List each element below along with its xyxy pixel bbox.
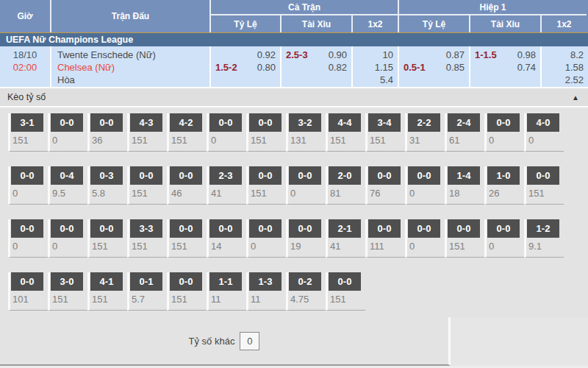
h1-1x2-draw-odds[interactable]: 2.52 [565, 74, 584, 86]
score-cell[interactable]: 0-0151 [246, 113, 286, 152]
score-label: 0-0 [249, 166, 282, 185]
score-cell[interactable]: 0-15.7 [127, 272, 167, 311]
collapse-arrow-icon[interactable]: ▲ [572, 93, 579, 102]
correct-score-title: Kèo tỷ số [7, 92, 46, 102]
ft-over-odds[interactable]: 0.90 [329, 49, 347, 61]
score-odds: 26 [487, 187, 524, 200]
ft-handicap-away-odds[interactable]: 0.80 [257, 61, 276, 74]
ft-1x2-home-odds[interactable]: 10 [383, 49, 393, 61]
score-cell[interactable]: 0-35.8 [87, 166, 127, 205]
score-label: 4-3 [130, 113, 162, 132]
col-header-ft-overunder: Tài Xỉu [282, 15, 353, 32]
score-label: 0-0 [170, 272, 202, 291]
score-label: 2-0 [329, 166, 361, 185]
score-odds: 0 [11, 240, 48, 253]
score-label: 3-0 [51, 272, 83, 291]
score-cell[interactable]: 0-00 [405, 219, 445, 258]
score-cell[interactable]: 0-014 [207, 219, 246, 258]
score-odds: 151 [527, 187, 564, 200]
other-score-spacer [451, 317, 588, 366]
home-team: Twente Enschede (Nữ) [57, 49, 209, 61]
score-cell[interactable]: 0-00 [8, 166, 48, 205]
score-cell[interactable]: 0-24.75 [286, 272, 326, 311]
score-cell[interactable]: 4-4151 [326, 113, 365, 152]
score-cell[interactable]: 3-0151 [48, 272, 87, 311]
score-cell[interactable]: 2-141 [326, 219, 365, 258]
score-cell[interactable]: 0-0151 [167, 219, 207, 258]
score-cell[interactable]: 0-0151 [87, 219, 127, 258]
score-label: 3-4 [368, 113, 401, 132]
score-cell[interactable]: 1-418 [445, 166, 484, 205]
score-cell[interactable]: 2-231 [405, 113, 445, 152]
score-label: 0-0 [329, 272, 361, 291]
h1-1x2-away-odds[interactable]: 1.58 [565, 61, 584, 74]
score-cell[interactable]: 3-4151 [365, 113, 405, 152]
score-label: 0-0 [249, 113, 282, 132]
h1-over-odds[interactable]: 0.98 [517, 49, 536, 61]
score-cell[interactable]: 0-046 [167, 166, 207, 205]
score-cell[interactable]: 0-00 [484, 219, 524, 258]
ft-handicap-home-odds[interactable]: 0.92 [257, 49, 276, 61]
other-score-input[interactable] [240, 332, 259, 350]
col-header-h1-overunder: Tài Xỉu [470, 15, 542, 32]
match-row: 18/10 02:00 Twente Enschede (Nữ) Chelsea… [0, 46, 588, 88]
h1-under-odds[interactable]: 0.74 [517, 61, 536, 74]
h1-1x2-home-odds[interactable]: 8.2 [570, 49, 584, 61]
score-odds: 14 [209, 240, 246, 253]
score-label: 0-0 [209, 219, 242, 238]
score-cell[interactable]: 4-2151 [167, 113, 207, 152]
correct-score-header[interactable]: Kèo tỷ số ▲ [0, 88, 588, 107]
score-cell[interactable]: 0-00 [484, 113, 524, 152]
score-cell[interactable]: 0-0151 [167, 272, 207, 311]
score-cell[interactable]: 0-0151 [326, 272, 365, 311]
score-cell[interactable]: 1-026 [484, 166, 524, 205]
score-cell[interactable]: 3-3151 [127, 219, 167, 258]
score-cell[interactable]: 4-3151 [127, 113, 167, 152]
score-label: 4-4 [329, 113, 361, 132]
score-cell[interactable]: 2-461 [445, 113, 484, 152]
match-datetime: 18/10 02:00 [0, 46, 51, 87]
score-label: 4-2 [170, 113, 202, 132]
score-cell[interactable]: 1-311 [246, 272, 286, 311]
score-cell[interactable]: 0-00 [48, 219, 87, 258]
h1-handicap-away-odds[interactable]: 0.85 [446, 61, 465, 74]
score-label: 0-0 [289, 166, 321, 185]
score-odds: 9.5 [51, 187, 87, 200]
score-cell[interactable]: 4-00 [524, 113, 564, 152]
score-label: 3-1 [11, 113, 43, 132]
score-cell[interactable]: 0-00 [246, 219, 286, 258]
score-cell[interactable]: 0-0151 [127, 166, 167, 205]
score-cell[interactable]: 0-00 [405, 166, 445, 205]
score-odds: 18 [448, 187, 484, 200]
score-cell[interactable]: 2-081 [326, 166, 365, 205]
score-cell[interactable]: 0-00 [286, 166, 326, 205]
score-cell[interactable]: 0-0111 [365, 219, 405, 258]
score-cell[interactable]: 3-1151 [8, 113, 48, 152]
ft-under-odds[interactable]: 0.82 [329, 61, 347, 74]
score-cell[interactable]: 4-1151 [87, 272, 127, 311]
score-label: 0-0 [51, 113, 83, 132]
score-cell[interactable]: 1-29.1 [524, 219, 564, 258]
score-label: 2-3 [209, 166, 242, 185]
score-cell[interactable]: 0-0151 [445, 219, 484, 258]
score-cell[interactable]: 0-036 [87, 113, 127, 152]
score-cell[interactable]: 0-0151 [524, 166, 564, 205]
score-cell[interactable]: 0-0101 [8, 272, 48, 311]
score-cell[interactable]: 0-00 [207, 113, 246, 152]
h1-handicap-cell: 0.87 0.5-10.85 [399, 46, 470, 87]
score-cell[interactable]: 1-111 [207, 272, 246, 311]
score-cell[interactable]: 3-2131 [286, 113, 326, 152]
score-cell[interactable]: 0-49.5 [48, 166, 87, 205]
score-cell[interactable]: 0-00 [8, 219, 48, 258]
score-cell[interactable]: 0-076 [365, 166, 405, 205]
score-odds: 151 [130, 240, 167, 253]
score-cell[interactable]: 0-0151 [246, 166, 286, 205]
score-cell[interactable]: 0-019 [286, 219, 326, 258]
h1-handicap-home-odds[interactable]: 0.87 [446, 49, 465, 61]
ft-1x2-draw-odds[interactable]: 5.4 [380, 74, 393, 86]
score-cell[interactable]: 2-341 [207, 166, 246, 205]
score-cell[interactable]: 0-00 [48, 113, 87, 152]
score-row: 0-000-000-01513-31510-01510-0140-000-019… [8, 219, 588, 258]
ft-1x2-away-odds[interactable]: 1.15 [375, 61, 393, 74]
league-bar[interactable]: UEFA Nữ Champions League [0, 33, 588, 46]
